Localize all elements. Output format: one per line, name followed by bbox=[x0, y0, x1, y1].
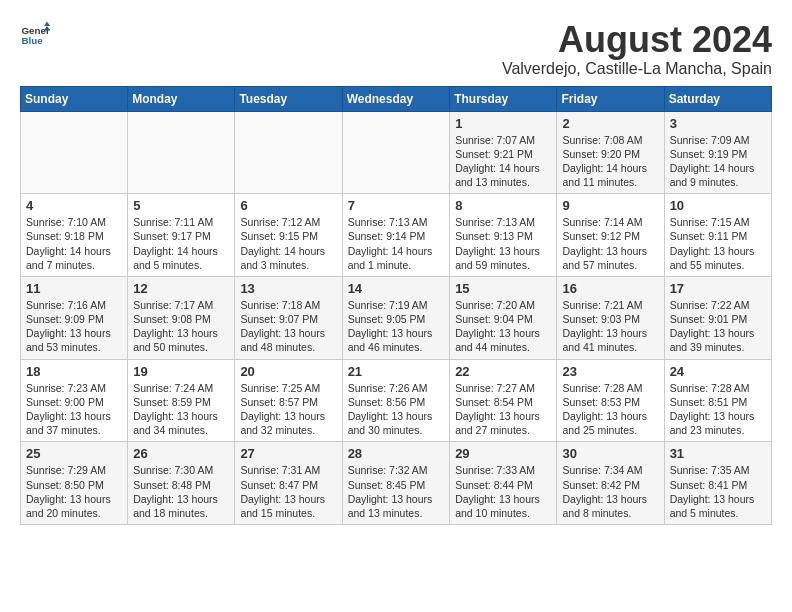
day-number: 23 bbox=[562, 364, 658, 379]
day-number: 1 bbox=[455, 116, 551, 131]
day-number: 7 bbox=[348, 198, 445, 213]
logo: General Blue bbox=[20, 20, 50, 50]
day-info: Sunrise: 7:19 AM Sunset: 9:05 PM Dayligh… bbox=[348, 298, 445, 355]
calendar-cell: 28Sunrise: 7:32 AM Sunset: 8:45 PM Dayli… bbox=[342, 442, 450, 525]
calendar-cell: 20Sunrise: 7:25 AM Sunset: 8:57 PM Dayli… bbox=[235, 359, 342, 442]
calendar-cell: 4Sunrise: 7:10 AM Sunset: 9:18 PM Daylig… bbox=[21, 194, 128, 277]
day-info: Sunrise: 7:28 AM Sunset: 8:53 PM Dayligh… bbox=[562, 381, 658, 438]
weekday-header-friday: Friday bbox=[557, 86, 664, 111]
calendar-cell: 15Sunrise: 7:20 AM Sunset: 9:04 PM Dayli… bbox=[450, 276, 557, 359]
calendar-cell bbox=[21, 111, 128, 194]
day-info: Sunrise: 7:23 AM Sunset: 9:00 PM Dayligh… bbox=[26, 381, 122, 438]
day-number: 5 bbox=[133, 198, 229, 213]
day-number: 21 bbox=[348, 364, 445, 379]
title-block: August 2024 Valverdejo, Castille-La Manc… bbox=[502, 20, 772, 78]
day-info: Sunrise: 7:21 AM Sunset: 9:03 PM Dayligh… bbox=[562, 298, 658, 355]
weekday-header-monday: Monday bbox=[128, 86, 235, 111]
day-info: Sunrise: 7:24 AM Sunset: 8:59 PM Dayligh… bbox=[133, 381, 229, 438]
weekday-header-wednesday: Wednesday bbox=[342, 86, 450, 111]
calendar-cell: 19Sunrise: 7:24 AM Sunset: 8:59 PM Dayli… bbox=[128, 359, 235, 442]
day-number: 13 bbox=[240, 281, 336, 296]
calendar-cell: 13Sunrise: 7:18 AM Sunset: 9:07 PM Dayli… bbox=[235, 276, 342, 359]
calendar-cell: 30Sunrise: 7:34 AM Sunset: 8:42 PM Dayli… bbox=[557, 442, 664, 525]
day-info: Sunrise: 7:08 AM Sunset: 9:20 PM Dayligh… bbox=[562, 133, 658, 190]
location-title: Valverdejo, Castille-La Mancha, Spain bbox=[502, 60, 772, 78]
calendar-cell bbox=[128, 111, 235, 194]
day-info: Sunrise: 7:20 AM Sunset: 9:04 PM Dayligh… bbox=[455, 298, 551, 355]
day-info: Sunrise: 7:13 AM Sunset: 9:13 PM Dayligh… bbox=[455, 215, 551, 272]
calendar-cell: 3Sunrise: 7:09 AM Sunset: 9:19 PM Daylig… bbox=[664, 111, 771, 194]
day-number: 8 bbox=[455, 198, 551, 213]
day-info: Sunrise: 7:10 AM Sunset: 9:18 PM Dayligh… bbox=[26, 215, 122, 272]
day-info: Sunrise: 7:30 AM Sunset: 8:48 PM Dayligh… bbox=[133, 463, 229, 520]
calendar-week-1: 1Sunrise: 7:07 AM Sunset: 9:21 PM Daylig… bbox=[21, 111, 772, 194]
day-info: Sunrise: 7:32 AM Sunset: 8:45 PM Dayligh… bbox=[348, 463, 445, 520]
calendar-cell bbox=[235, 111, 342, 194]
calendar-week-2: 4Sunrise: 7:10 AM Sunset: 9:18 PM Daylig… bbox=[21, 194, 772, 277]
calendar-cell: 26Sunrise: 7:30 AM Sunset: 8:48 PM Dayli… bbox=[128, 442, 235, 525]
calendar-cell: 25Sunrise: 7:29 AM Sunset: 8:50 PM Dayli… bbox=[21, 442, 128, 525]
day-number: 26 bbox=[133, 446, 229, 461]
day-number: 31 bbox=[670, 446, 766, 461]
calendar-cell: 1Sunrise: 7:07 AM Sunset: 9:21 PM Daylig… bbox=[450, 111, 557, 194]
day-info: Sunrise: 7:25 AM Sunset: 8:57 PM Dayligh… bbox=[240, 381, 336, 438]
calendar-cell: 5Sunrise: 7:11 AM Sunset: 9:17 PM Daylig… bbox=[128, 194, 235, 277]
day-info: Sunrise: 7:31 AM Sunset: 8:47 PM Dayligh… bbox=[240, 463, 336, 520]
calendar-week-4: 18Sunrise: 7:23 AM Sunset: 9:00 PM Dayli… bbox=[21, 359, 772, 442]
calendar-table: SundayMondayTuesdayWednesdayThursdayFrid… bbox=[20, 86, 772, 525]
day-info: Sunrise: 7:11 AM Sunset: 9:17 PM Dayligh… bbox=[133, 215, 229, 272]
calendar-cell bbox=[342, 111, 450, 194]
day-number: 12 bbox=[133, 281, 229, 296]
weekday-header-row: SundayMondayTuesdayWednesdayThursdayFrid… bbox=[21, 86, 772, 111]
weekday-header-sunday: Sunday bbox=[21, 86, 128, 111]
day-number: 9 bbox=[562, 198, 658, 213]
day-number: 11 bbox=[26, 281, 122, 296]
day-info: Sunrise: 7:33 AM Sunset: 8:44 PM Dayligh… bbox=[455, 463, 551, 520]
calendar-cell: 22Sunrise: 7:27 AM Sunset: 8:54 PM Dayli… bbox=[450, 359, 557, 442]
weekday-header-saturday: Saturday bbox=[664, 86, 771, 111]
calendar-cell: 23Sunrise: 7:28 AM Sunset: 8:53 PM Dayli… bbox=[557, 359, 664, 442]
day-number: 30 bbox=[562, 446, 658, 461]
day-info: Sunrise: 7:15 AM Sunset: 9:11 PM Dayligh… bbox=[670, 215, 766, 272]
weekday-header-thursday: Thursday bbox=[450, 86, 557, 111]
logo-icon: General Blue bbox=[20, 20, 50, 50]
day-info: Sunrise: 7:14 AM Sunset: 9:12 PM Dayligh… bbox=[562, 215, 658, 272]
calendar-cell: 7Sunrise: 7:13 AM Sunset: 9:14 PM Daylig… bbox=[342, 194, 450, 277]
day-number: 29 bbox=[455, 446, 551, 461]
day-info: Sunrise: 7:18 AM Sunset: 9:07 PM Dayligh… bbox=[240, 298, 336, 355]
calendar-week-3: 11Sunrise: 7:16 AM Sunset: 9:09 PM Dayli… bbox=[21, 276, 772, 359]
calendar-week-5: 25Sunrise: 7:29 AM Sunset: 8:50 PM Dayli… bbox=[21, 442, 772, 525]
svg-marker-2 bbox=[44, 22, 50, 27]
day-info: Sunrise: 7:34 AM Sunset: 8:42 PM Dayligh… bbox=[562, 463, 658, 520]
page-header: General Blue August 2024 Valverdejo, Cas… bbox=[20, 20, 772, 78]
calendar-cell: 17Sunrise: 7:22 AM Sunset: 9:01 PM Dayli… bbox=[664, 276, 771, 359]
day-info: Sunrise: 7:12 AM Sunset: 9:15 PM Dayligh… bbox=[240, 215, 336, 272]
day-number: 24 bbox=[670, 364, 766, 379]
day-info: Sunrise: 7:09 AM Sunset: 9:19 PM Dayligh… bbox=[670, 133, 766, 190]
weekday-header-tuesday: Tuesday bbox=[235, 86, 342, 111]
day-info: Sunrise: 7:29 AM Sunset: 8:50 PM Dayligh… bbox=[26, 463, 122, 520]
calendar-cell: 12Sunrise: 7:17 AM Sunset: 9:08 PM Dayli… bbox=[128, 276, 235, 359]
calendar-cell: 24Sunrise: 7:28 AM Sunset: 8:51 PM Dayli… bbox=[664, 359, 771, 442]
calendar-cell: 21Sunrise: 7:26 AM Sunset: 8:56 PM Dayli… bbox=[342, 359, 450, 442]
day-number: 10 bbox=[670, 198, 766, 213]
day-number: 25 bbox=[26, 446, 122, 461]
calendar-cell: 6Sunrise: 7:12 AM Sunset: 9:15 PM Daylig… bbox=[235, 194, 342, 277]
day-number: 17 bbox=[670, 281, 766, 296]
calendar-cell: 16Sunrise: 7:21 AM Sunset: 9:03 PM Dayli… bbox=[557, 276, 664, 359]
day-number: 4 bbox=[26, 198, 122, 213]
calendar-cell: 11Sunrise: 7:16 AM Sunset: 9:09 PM Dayli… bbox=[21, 276, 128, 359]
calendar-cell: 10Sunrise: 7:15 AM Sunset: 9:11 PM Dayli… bbox=[664, 194, 771, 277]
day-number: 19 bbox=[133, 364, 229, 379]
day-number: 28 bbox=[348, 446, 445, 461]
calendar-cell: 29Sunrise: 7:33 AM Sunset: 8:44 PM Dayli… bbox=[450, 442, 557, 525]
day-info: Sunrise: 7:17 AM Sunset: 9:08 PM Dayligh… bbox=[133, 298, 229, 355]
day-info: Sunrise: 7:22 AM Sunset: 9:01 PM Dayligh… bbox=[670, 298, 766, 355]
calendar-cell: 8Sunrise: 7:13 AM Sunset: 9:13 PM Daylig… bbox=[450, 194, 557, 277]
calendar-cell: 18Sunrise: 7:23 AM Sunset: 9:00 PM Dayli… bbox=[21, 359, 128, 442]
day-number: 27 bbox=[240, 446, 336, 461]
day-info: Sunrise: 7:35 AM Sunset: 8:41 PM Dayligh… bbox=[670, 463, 766, 520]
calendar-cell: 9Sunrise: 7:14 AM Sunset: 9:12 PM Daylig… bbox=[557, 194, 664, 277]
day-number: 3 bbox=[670, 116, 766, 131]
day-info: Sunrise: 7:27 AM Sunset: 8:54 PM Dayligh… bbox=[455, 381, 551, 438]
